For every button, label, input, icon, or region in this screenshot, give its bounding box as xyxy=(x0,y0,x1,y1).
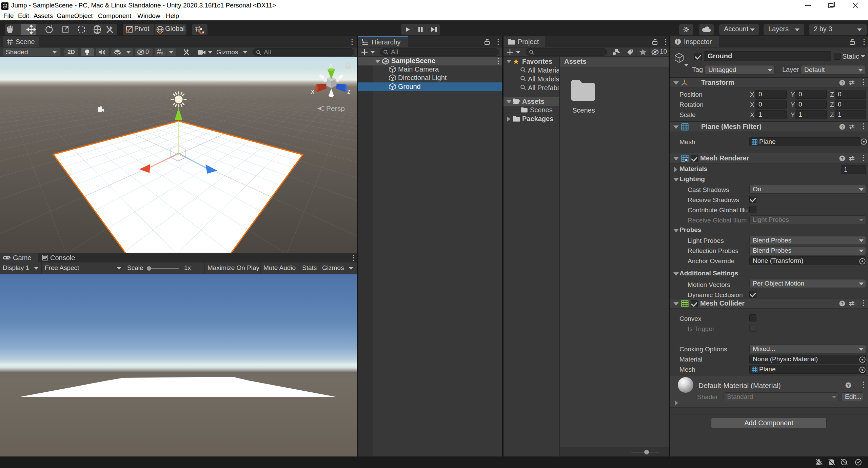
svg-text:?: ? xyxy=(841,301,844,306)
svg-text:?: ? xyxy=(841,156,844,161)
svg-text:z: z xyxy=(347,87,351,95)
svg-text:Y: Y xyxy=(161,52,163,56)
svg-text:y: y xyxy=(329,60,333,68)
svg-text:?: ? xyxy=(847,383,850,388)
svg-text:x: x xyxy=(311,87,314,95)
svg-text:Persp: Persp xyxy=(326,104,345,112)
svg-text:?: ? xyxy=(841,80,844,85)
svg-text:?: ? xyxy=(841,124,844,130)
